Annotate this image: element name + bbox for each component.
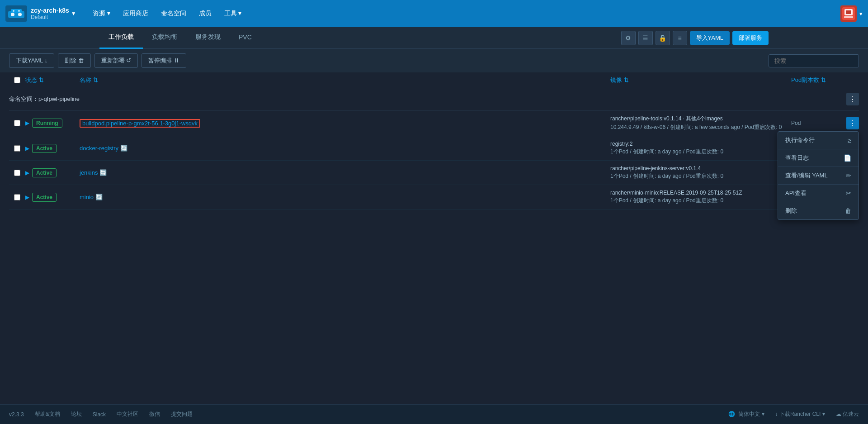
lock-icon-btn[interactable]: 🔒: [656, 31, 670, 45]
row-image-col: rancher/pipeline-jenkins-server:v0.1.4 1…: [610, 165, 791, 180]
row-checkbox[interactable]: [14, 194, 20, 200]
tab-loadbalancer[interactable]: 负载均衡: [143, 27, 186, 49]
footer-slack[interactable]: Slack: [93, 411, 106, 418]
nav-item-appstore[interactable]: 应用商店: [118, 7, 154, 20]
settings-icon-btn[interactable]: ⚙: [621, 31, 636, 45]
deploy-button[interactable]: 部署服务: [732, 31, 769, 45]
row-checkbox[interactable]: [14, 120, 20, 126]
namespace-row: 命名空间：p-qfpwl-pipeline ⋮: [9, 88, 859, 110]
row-play-btn[interactable]: ▶: [25, 194, 29, 200]
ctx-delete[interactable]: 删除 🗑: [778, 202, 859, 219]
footer-help[interactable]: 帮助&文档: [35, 410, 60, 418]
row-play-btn[interactable]: ▶: [25, 170, 29, 176]
cluster-name-block: zcy-arch-k8s Default: [31, 7, 69, 20]
header-pod-count[interactable]: Pod副本数 ⇅: [791, 76, 859, 84]
status-badge: Active: [32, 168, 57, 177]
footer-forum[interactable]: 论坛: [71, 410, 82, 418]
header-status[interactable]: 状态 ⇅: [25, 76, 80, 84]
namespace-label: 命名空间：p-qfpwl-pipeline: [9, 95, 80, 103]
row-name-col: jenkins 🔄: [80, 169, 610, 176]
header-checkbox-col: [9, 77, 25, 83]
pause-edit-label: 暂停编排 ⏸: [148, 57, 179, 65]
download-yaml-button[interactable]: 下载YAML ↓: [9, 53, 54, 68]
globe-icon: 🌐: [728, 411, 735, 417]
svg-rect-8: [844, 16, 853, 18]
row-checkbox[interactable]: [14, 145, 20, 152]
select-all-checkbox[interactable]: [14, 77, 20, 83]
row-name-col: minio 🔄: [80, 194, 610, 200]
workload-name-link[interactable]: jenkins 🔄: [80, 169, 107, 176]
row-status-col: ▶ Active: [25, 193, 80, 202]
user-avatar-img: [842, 7, 855, 20]
footer-cloud[interactable]: ☁ 亿速云: [836, 410, 859, 418]
row-name-col: docker-registry 🔄: [80, 145, 610, 152]
pod-count-text: Pod: [791, 120, 801, 126]
ctx-logs-icon: 📄: [844, 154, 851, 162]
top-nav: zcy-arch-k8s Default ▼ 资源 ▾ 应用商店 命名空间 成员…: [0, 0, 868, 27]
workload-name-link[interactable]: buildpod.pipeline-p-gmx2t-56.1-3g0j1-wsq…: [80, 119, 200, 128]
row-image-col: registry:2 1个Pod / 创建时间: a day ago / Pod…: [610, 141, 791, 156]
header-image[interactable]: 镜像 ⇅: [610, 76, 791, 84]
nav-item-resources[interactable]: 资源 ▾: [87, 7, 116, 20]
header-name[interactable]: 名称 ⇅: [80, 76, 610, 84]
workload-kebab-button[interactable]: ⋮: [846, 117, 859, 129]
delete-button[interactable]: 删除 🗑: [58, 53, 91, 68]
footer-cloud-text: ☁ 亿速云: [836, 411, 859, 417]
ctx-yaml[interactable]: 查看/编辑 YAML ✏: [778, 167, 859, 185]
cluster-env: Default: [31, 14, 69, 20]
image-main: rancher/pipeline-tools:v0.1.14 · 其他4个ima…: [610, 115, 791, 123]
image-info: 1个Pod / 创建时间: a day ago / Pod重启次数: 0: [610, 172, 791, 180]
footer-wechat[interactable]: 微信: [149, 410, 160, 418]
cluster-dropdown-arrow[interactable]: ▼: [71, 10, 76, 17]
ctx-exec[interactable]: 执行命令行 ≥: [778, 132, 859, 149]
ctx-api[interactable]: API查看 ✂: [778, 185, 859, 202]
image-info: 1个Pod / 创建时间: a day ago / Pod重启次数: 0: [610, 197, 791, 205]
svg-point-1: [11, 13, 14, 16]
table-row: ▶ Active docker-registry 🔄 registry:2 1个…: [9, 136, 859, 161]
workload-name-link[interactable]: minio 🔄: [80, 194, 103, 200]
footer-download[interactable]: ↓ 下载Rancher CLI ▾: [775, 410, 825, 418]
nav-item-members[interactable]: 成员: [193, 7, 217, 20]
workload-rows: ▶ Running buildpod.pipeline-p-gmx2t-56.1…: [9, 110, 859, 210]
tab-pvc[interactable]: PVC: [230, 27, 261, 49]
ctx-delete-icon: 🗑: [845, 207, 851, 214]
pause-edit-button[interactable]: 暂停编排 ⏸: [142, 53, 186, 68]
row-play-btn[interactable]: ▶: [25, 120, 29, 126]
nav-item-tools[interactable]: 工具 ▾: [219, 7, 247, 20]
ctx-yaml-label: 查看/编辑 YAML: [785, 172, 828, 180]
filter-icon-btn[interactable]: ≡: [673, 31, 687, 45]
user-dropdown[interactable]: ▾: [859, 10, 863, 17]
footer-issue[interactable]: 提交问题: [171, 410, 193, 418]
row-checkbox[interactable]: [14, 170, 20, 176]
ctx-delete-label: 删除: [785, 207, 797, 215]
image-info: 10.244.9.49 / k8s-w-06 / 创建时间: a few sec…: [610, 124, 791, 131]
nav-item-namespace[interactable]: 命名空间: [156, 7, 192, 20]
list-icon-btn[interactable]: ☰: [638, 31, 653, 45]
delete-label: 删除 🗑: [65, 57, 84, 65]
image-main: rancher/pipeline-jenkins-server:v0.1.4: [610, 165, 791, 172]
namespace-kebab-button[interactable]: ⋮: [846, 93, 859, 105]
footer-chinese[interactable]: 中文社区: [117, 410, 138, 418]
footer-language[interactable]: 🌐 简体中文 ▾: [728, 410, 764, 418]
import-yaml-button[interactable]: 导入YAML: [690, 31, 730, 45]
status-badge: Active: [32, 144, 57, 153]
table-header: 状态 ⇅ 名称 ⇅ 镜像 ⇅ Pod副本数 ⇅: [9, 72, 859, 88]
row-checkbox-col: [9, 194, 25, 200]
footer-download-text: ↓ 下载Rancher CLI ▾: [775, 411, 825, 417]
user-avatar[interactable]: [840, 5, 857, 22]
row-play-btn[interactable]: ▶: [25, 145, 29, 152]
tab-service-discovery[interactable]: 服务发现: [186, 27, 230, 49]
table-row: ▶ Active minio 🔄 rancher/minio-minio:REL…: [9, 185, 859, 210]
workload-name-link[interactable]: docker-registry 🔄: [80, 145, 127, 152]
row-image-col: rancher/minio-minio:RELEASE.2019-09-25T1…: [610, 190, 791, 205]
table-row: ▶ Running buildpod.pipeline-p-gmx2t-56.1…: [9, 110, 859, 136]
ctx-logs-label: 查看日志: [785, 154, 809, 162]
ctx-logs[interactable]: 查看日志 📄: [778, 149, 859, 167]
image-main: rancher/minio-minio:RELEASE.2019-09-25T1…: [610, 190, 791, 196]
footer-right: 🌐 简体中文 ▾ ↓ 下载Rancher CLI ▾ ☁ 亿速云: [728, 410, 859, 418]
brand-logo: [5, 5, 27, 22]
redeploy-button[interactable]: 重新部署 ↺: [94, 53, 138, 68]
search-input[interactable]: [769, 54, 859, 67]
footer-version: v2.3.3: [9, 411, 24, 418]
tab-workloads[interactable]: 工作负载: [99, 27, 143, 49]
